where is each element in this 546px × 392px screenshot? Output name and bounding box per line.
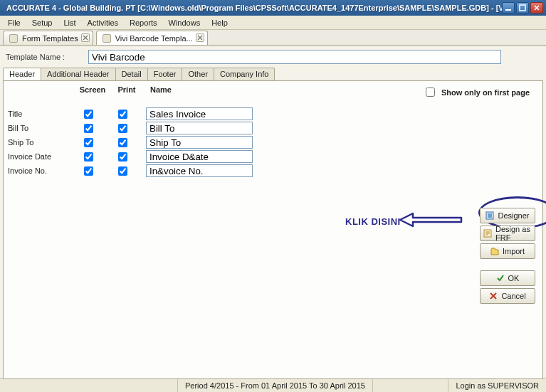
screen-checkbox[interactable] <box>84 110 93 119</box>
design-frf-button[interactable]: Design as FRF <box>480 226 535 241</box>
template-name-row: Template Name : <box>0 46 546 66</box>
tab-detail[interactable]: Detail <box>115 68 148 80</box>
tab-footer[interactable]: Footer <box>147 68 183 80</box>
field-label: Ship To <box>4 138 70 147</box>
status-period: Period 4/2015 - From 01 April 2015 To 30… <box>178 378 373 392</box>
field-name-input[interactable] <box>146 150 253 163</box>
status-login: Login as SUPERVISOR <box>448 381 546 390</box>
print-checkbox[interactable] <box>118 138 127 147</box>
document-icon <box>103 34 111 43</box>
field-name-input[interactable] <box>146 136 253 149</box>
show-only-checkbox[interactable] <box>426 88 435 97</box>
child-window: Template Name : Header Additional Header… <box>0 46 546 378</box>
cancel-label: Cancel <box>501 292 525 300</box>
field-row: Invoice No. <box>4 164 542 178</box>
tab-company-info[interactable]: Company Info <box>214 68 275 80</box>
section-tabstrip: Header Additional Header Detail Footer O… <box>0 68 546 80</box>
field-name-input[interactable] <box>146 164 253 177</box>
field-row: Title <box>4 107 542 121</box>
svg-rect-1 <box>520 5 525 11</box>
statusbar: Period 4/2015 - From 01 April 2015 To 30… <box>0 378 546 392</box>
mdi-tabstrip: Form Templates Vivi Barcode Templa... <box>0 30 546 46</box>
field-row: Ship To <box>4 135 542 149</box>
menu-windows[interactable]: Windows <box>164 17 206 28</box>
menu-setup[interactable]: Setup <box>27 17 58 28</box>
minimize-button[interactable] <box>502 2 515 14</box>
fields-list: TitleBill ToShip ToInvoice DateInvoice N… <box>4 107 542 178</box>
design-frf-icon <box>483 229 492 238</box>
screen-checkbox[interactable] <box>84 166 93 176</box>
right-button-column: Designer Design as FRF Import OK Ca <box>480 208 535 304</box>
menu-file[interactable]: File <box>3 17 26 28</box>
import-label: Import <box>503 247 525 255</box>
menu-reports[interactable]: Reports <box>125 17 162 28</box>
cancel-button[interactable]: Cancel <box>480 288 535 304</box>
ok-button[interactable]: OK <box>480 270 535 286</box>
tab-close-icon[interactable] <box>196 33 204 42</box>
print-checkbox[interactable] <box>118 152 127 161</box>
screen-checkbox[interactable] <box>84 124 93 133</box>
menu-list[interactable]: List <box>58 17 80 28</box>
designer-button[interactable]: Designer <box>480 208 535 223</box>
field-label: Invoice Date <box>4 152 70 161</box>
import-icon <box>490 247 499 255</box>
print-checkbox[interactable] <box>118 166 127 176</box>
template-name-input[interactable] <box>88 50 501 64</box>
tab-header[interactable]: Header <box>3 68 41 80</box>
maximize-button[interactable] <box>516 2 529 14</box>
section-body: Screen Print Name Show only on first pag… <box>3 80 543 379</box>
mdi-tab-vivi-barcode[interactable]: Vivi Barcode Templa... <box>96 31 208 45</box>
annotation-text: KLIK DISINI <box>345 216 401 227</box>
menu-help[interactable]: Help <box>206 17 233 28</box>
tab-other[interactable]: Other <box>182 68 214 80</box>
show-only-label: Show only on first page <box>441 88 530 97</box>
mdi-tab-label: Form Templates <box>22 34 78 43</box>
mdi-tab-form-templates[interactable]: Form Templates <box>3 31 93 45</box>
svg-rect-3 <box>488 213 492 218</box>
check-icon <box>496 274 505 282</box>
menubar: File Setup List Activities Reports Windo… <box>0 16 546 30</box>
col-name: Name <box>143 85 172 94</box>
cancel-icon <box>489 292 498 300</box>
mdi-tab-label: Vivi Barcode Templa... <box>115 34 193 43</box>
field-label: Invoice No. <box>4 166 70 175</box>
col-screen: Screen <box>75 85 110 94</box>
window-titlebar: ACCURATE 4 - Global Building. PT [C:\Win… <box>0 0 546 16</box>
ok-label: OK <box>508 274 520 282</box>
screen-checkbox[interactable] <box>84 152 93 161</box>
print-checkbox[interactable] <box>118 110 127 119</box>
col-print: Print <box>110 85 143 94</box>
svg-rect-0 <box>505 9 511 11</box>
import-button[interactable]: Import <box>480 243 535 259</box>
template-name-label: Template Name : <box>6 53 84 61</box>
close-button[interactable] <box>530 2 543 14</box>
print-checkbox[interactable] <box>118 124 127 133</box>
field-label: Title <box>4 110 70 118</box>
field-row: Invoice Date <box>4 149 542 164</box>
show-only-first-page: Show only on first page <box>423 85 530 99</box>
document-icon <box>9 34 18 43</box>
tab-additional-header[interactable]: Additional Header <box>41 68 115 80</box>
designer-icon <box>485 211 494 220</box>
screen-checkbox[interactable] <box>84 138 93 147</box>
field-label: Bill To <box>4 124 70 132</box>
menu-activities[interactable]: Activities <box>83 17 123 28</box>
field-name-input[interactable] <box>146 122 253 134</box>
tab-close-icon[interactable] <box>81 33 90 42</box>
design-frf-label: Design as FRF <box>495 225 532 242</box>
mdi-area: Form Templates Vivi Barcode Templa... Te… <box>0 30 546 378</box>
window-title: ACCURATE 4 - Global Building. PT [C:\Win… <box>6 4 502 12</box>
field-row: Bill To <box>4 121 542 135</box>
designer-label: Designer <box>498 211 529 220</box>
annotation-arrow <box>399 209 463 231</box>
field-name-input[interactable] <box>146 107 253 120</box>
